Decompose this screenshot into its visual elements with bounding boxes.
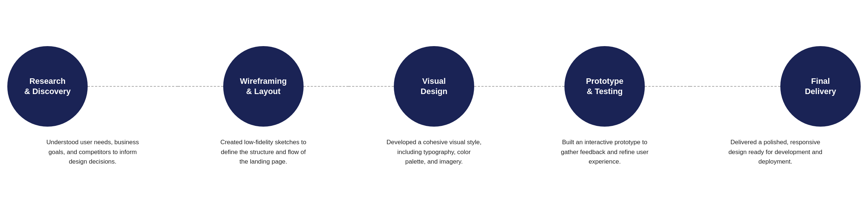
step-description-visual-design: Developed a cohesive visual style, inclu… bbox=[383, 138, 485, 167]
circle-row-visual-design: VisualDesign bbox=[349, 46, 519, 127]
connector-right-research-discovery bbox=[88, 86, 178, 87]
connector-left-prototype-testing bbox=[519, 86, 565, 87]
circle-title-visual-design: VisualDesign bbox=[417, 72, 451, 101]
circle-visual-design: VisualDesign bbox=[394, 46, 474, 127]
circle-research-discovery: Research& Discovery bbox=[7, 46, 88, 127]
process-flow: Research& DiscoveryUnderstood user needs… bbox=[7, 46, 861, 167]
connector-right-visual-design bbox=[474, 86, 519, 87]
circle-title-research-discovery: Research& Discovery bbox=[20, 72, 74, 101]
step-description-research-discovery: Understood user needs, business goals, a… bbox=[42, 138, 144, 167]
circle-prototype-testing: Prototype& Testing bbox=[564, 46, 645, 127]
step-prototype-testing: Prototype& TestingBuilt an interactive p… bbox=[519, 46, 690, 167]
connector-left-visual-design bbox=[349, 86, 394, 87]
step-final-delivery: FinalDeliveryDelivered a polished, respo… bbox=[690, 46, 861, 167]
circle-row-research-discovery: Research& Discovery bbox=[7, 46, 178, 127]
connector-left-final-delivery bbox=[690, 86, 780, 87]
step-visual-design: VisualDesignDeveloped a cohesive visual … bbox=[349, 46, 519, 167]
circle-title-prototype-testing: Prototype& Testing bbox=[582, 72, 627, 101]
circle-title-final-delivery: FinalDelivery bbox=[801, 72, 840, 101]
step-research-discovery: Research& DiscoveryUnderstood user needs… bbox=[7, 46, 178, 167]
circle-row-wireframing-layout: Wireframing& Layout bbox=[178, 46, 349, 127]
circle-row-final-delivery: FinalDelivery bbox=[690, 46, 861, 127]
circle-row-prototype-testing: Prototype& Testing bbox=[519, 46, 690, 127]
connector-left-wireframing-layout bbox=[178, 86, 223, 87]
step-wireframing-layout: Wireframing& LayoutCreated low-fidelity … bbox=[178, 46, 349, 167]
step-description-final-delivery: Delivered a polished, responsive design … bbox=[724, 138, 826, 167]
connector-right-prototype-testing bbox=[645, 86, 690, 87]
circle-wireframing-layout: Wireframing& Layout bbox=[223, 46, 304, 127]
circle-title-wireframing-layout: Wireframing& Layout bbox=[236, 72, 290, 101]
circle-final-delivery: FinalDelivery bbox=[780, 46, 861, 127]
connector-right-wireframing-layout bbox=[304, 86, 349, 87]
step-description-wireframing-layout: Created low-fidelity sketches to define … bbox=[212, 138, 315, 167]
step-description-prototype-testing: Built an interactive prototype to gather… bbox=[553, 138, 656, 167]
